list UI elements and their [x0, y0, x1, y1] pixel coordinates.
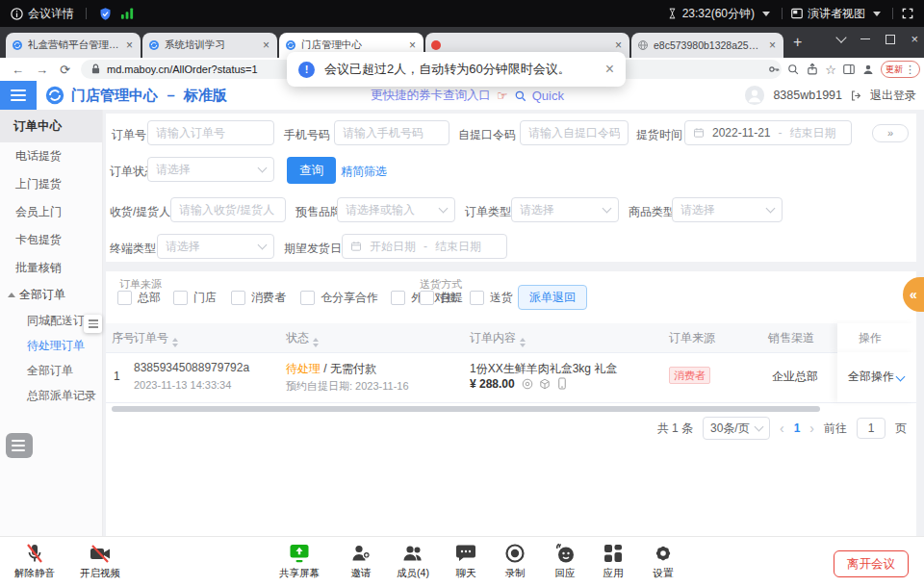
logout-icon[interactable]	[850, 89, 862, 102]
simplify-filter-link[interactable]: 精简筛选	[341, 164, 387, 180]
sidebar-item-batch-verify[interactable]: 批量核销	[0, 254, 102, 282]
tab-close-icon[interactable]: ×	[613, 39, 624, 51]
sort-icon[interactable]	[520, 338, 526, 347]
sidebar-subitem-all-orders[interactable]: 全部订单	[0, 358, 102, 383]
col-order-no[interactable]: 订单号	[134, 323, 178, 352]
sidebar-item-member-visit[interactable]: 会员上门	[0, 198, 102, 226]
presale-brand-select[interactable]: 请选择或输入	[337, 197, 455, 222]
logout-button[interactable]: 退出登录	[870, 88, 916, 104]
info-icon[interactable]	[10, 7, 24, 21]
sidebar-item-phone-pickup[interactable]: 电话提货	[0, 142, 102, 170]
phone-input[interactable]	[334, 120, 449, 145]
terminal-type-select[interactable]: 请选择	[157, 234, 274, 259]
tab-close-icon[interactable]: ×	[767, 39, 778, 51]
search-icon[interactable]	[514, 89, 526, 102]
goods-type-select[interactable]: 请选择	[672, 197, 783, 222]
window-minimize-icon[interactable]	[860, 38, 870, 39]
hamburger-menu-button[interactable]	[0, 81, 37, 110]
sidebar-subitem-pending-orders[interactable]: 待处理订单	[0, 333, 102, 358]
goto-page-input[interactable]	[857, 418, 886, 439]
search-button[interactable]: 查询	[287, 157, 336, 184]
browser-update-button[interactable]: 更新 ⋮	[881, 61, 920, 78]
page-size-select[interactable]: 30条/页	[703, 417, 770, 440]
quick-search-label[interactable]: Quick	[532, 89, 564, 103]
refresh-icon[interactable]: ⟳	[60, 63, 70, 77]
consignee-input[interactable]	[170, 197, 286, 222]
pickup-date-range[interactable]: 2022-11-21 - 结束日期	[684, 120, 852, 145]
dispatch-return-button[interactable]: 派单退回	[518, 285, 587, 310]
sidebar-subitem-hq-dispatch-log[interactable]: 总部派单记录	[0, 383, 102, 408]
start-video-button[interactable]: 开启视频	[73, 542, 127, 580]
prev-page-button[interactable]: ‹	[780, 421, 784, 435]
chevron-down-icon[interactable]	[873, 12, 881, 16]
bookmark-star-icon[interactable]: ☆	[825, 64, 836, 76]
sidebar-item-all-orders-group[interactable]: 全部订单	[0, 282, 102, 308]
settings-button[interactable]: 设置	[636, 542, 690, 580]
meeting-timer[interactable]: 23:32(60分钟)	[682, 6, 755, 22]
share-screen-button[interactable]: 共享屏幕	[272, 542, 326, 580]
order-no-input[interactable]	[147, 120, 274, 145]
reactions-button[interactable]: 回应	[538, 542, 592, 580]
ship-date-range[interactable]: 开始日期 - 结束日期	[342, 234, 507, 259]
invite-button[interactable]: 邀请	[334, 542, 388, 580]
chevron-down-icon[interactable]	[762, 12, 770, 16]
sidebar-item-door-pickup[interactable]: 上门提货	[0, 170, 102, 198]
pickup-end-date[interactable]: 结束日期	[790, 125, 836, 141]
leave-meeting-button[interactable]: 离开会议	[834, 550, 909, 577]
checkbox-consumer[interactable]: 消费者	[231, 290, 286, 306]
col-content[interactable]: 订单内容	[470, 323, 526, 352]
forward-icon[interactable]: →	[36, 63, 48, 77]
record-button[interactable]: 录制	[488, 542, 542, 580]
quick-card-query-link[interactable]: 更快捷的券卡查询入口	[371, 88, 491, 104]
next-page-button[interactable]: ›	[809, 421, 814, 435]
browser-tab[interactable]: e8c573980b1328a258fd2e6 ×	[631, 33, 783, 58]
view-mode-label[interactable]: 演讲者视图	[808, 6, 865, 22]
password-key-icon[interactable]	[767, 63, 781, 76]
col-status[interactable]: 状态	[286, 323, 319, 352]
browser-tab[interactable]: 系统培训学习 ×	[142, 33, 277, 58]
meeting-details-label[interactable]: 会议详情	[28, 6, 74, 22]
sidebar-item-cardbag-pickup[interactable]: 卡包提货	[0, 226, 102, 254]
back-icon[interactable]: ←	[12, 63, 24, 77]
browser-tab[interactable]: 礼盒营销平台管理中心 ×	[6, 33, 141, 58]
checkbox-selfpickup[interactable]: 自提	[420, 290, 463, 306]
tab-search-icon[interactable]	[836, 32, 847, 42]
floating-list-button[interactable]	[6, 433, 33, 458]
sort-icon[interactable]	[172, 338, 178, 347]
members-button[interactable]: 成员(4)	[386, 542, 440, 580]
order-type-select[interactable]: 请选择	[511, 197, 619, 222]
collapse-filters-button[interactable]: »	[872, 124, 909, 142]
side-panel-icon[interactable]	[842, 63, 856, 76]
user-avatar[interactable]	[744, 85, 765, 106]
pickup-code-input[interactable]	[520, 120, 629, 145]
tab-close-icon[interactable]: ×	[124, 39, 135, 51]
checkbox-warehouse-coop[interactable]: 仓分享合作	[300, 290, 378, 306]
checkbox-hq[interactable]: 总部	[117, 290, 161, 306]
checkbox-delivery[interactable]: 送货	[470, 290, 513, 306]
ship-start-date[interactable]: 开始日期	[370, 239, 416, 255]
all-actions-dropdown[interactable]: 全部操作	[848, 369, 904, 385]
chat-button[interactable]: 聊天	[439, 542, 493, 580]
zoom-icon[interactable]	[786, 63, 800, 76]
window-close-icon[interactable]: ×	[911, 33, 918, 45]
unmute-button[interactable]: 解除静音	[8, 542, 62, 580]
pickup-start-date[interactable]: 2022-11-21	[712, 126, 771, 140]
current-page[interactable]: 1	[794, 421, 801, 435]
order-status-select[interactable]: 请选择	[147, 157, 274, 182]
security-shield-icon[interactable]	[98, 7, 113, 21]
banner-close-icon[interactable]: ×	[605, 62, 614, 77]
apps-button[interactable]: 应用	[586, 542, 640, 580]
profile-avatar-icon[interactable]	[861, 63, 875, 76]
ship-end-date[interactable]: 结束日期	[435, 239, 481, 255]
sort-icon[interactable]	[313, 338, 319, 347]
fullscreen-icon[interactable]	[901, 7, 914, 20]
window-maximize-icon[interactable]	[886, 35, 895, 44]
username[interactable]: 8385wb1991	[773, 89, 842, 102]
network-signal-icon[interactable]	[120, 7, 135, 20]
new-tab-button[interactable]: +	[793, 35, 802, 50]
tab-close-icon[interactable]: ×	[407, 39, 418, 51]
checkbox-store[interactable]: 门店	[173, 290, 217, 306]
tab-close-icon[interactable]: ×	[261, 39, 271, 51]
horizontal-scrollbar[interactable]	[112, 406, 820, 412]
share-icon[interactable]	[806, 63, 819, 76]
